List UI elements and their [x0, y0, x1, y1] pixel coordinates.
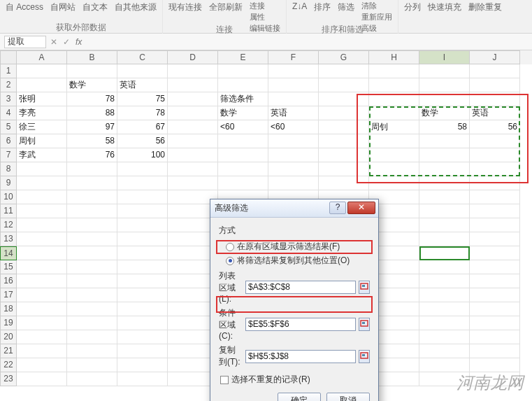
cell-D1[interactable] — [168, 64, 218, 78]
cell-I9[interactable] — [419, 176, 470, 190]
unique-checkbox[interactable] — [220, 376, 229, 384]
row-header-17[interactable]: 17 — [0, 288, 17, 302]
cell-G9[interactable] — [319, 176, 369, 190]
cell-G1[interactable] — [319, 64, 369, 78]
copy-to-picker[interactable] — [359, 350, 370, 363]
col-G[interactable]: G — [319, 50, 369, 64]
rib-sortza[interactable]: Z↓A — [289, 0, 310, 13]
cell-D7[interactable] — [168, 148, 218, 162]
cell-J9[interactable] — [470, 176, 520, 190]
row-header-3[interactable]: 3 — [0, 92, 17, 106]
cell-I3[interactable] — [419, 92, 470, 106]
cell-H3[interactable] — [369, 92, 419, 106]
row-header-11[interactable]: 11 — [0, 204, 17, 218]
cell-E9[interactable] — [218, 176, 268, 190]
cell-I18[interactable] — [419, 302, 470, 316]
col-H[interactable]: H — [369, 50, 419, 64]
cell-C5[interactable]: 67 — [117, 120, 168, 134]
cell-A12[interactable] — [17, 218, 67, 232]
col-C[interactable]: C — [117, 50, 168, 64]
cell-C7[interactable]: 100 — [117, 148, 168, 162]
dialog-titlebar[interactable]: 高级筛选 ? ✕ — [210, 199, 378, 218]
cell-A11[interactable] — [17, 204, 67, 218]
row-header-9[interactable]: 9 — [0, 176, 17, 190]
cell-C11[interactable] — [117, 204, 168, 218]
cell-I10[interactable] — [419, 190, 470, 204]
cell-C20[interactable] — [117, 330, 168, 344]
name-box[interactable]: 提取 — [4, 36, 46, 48]
cell-C23[interactable] — [117, 372, 168, 386]
cell-A22[interactable] — [17, 358, 67, 372]
cell-B15[interactable] — [67, 260, 117, 274]
cell-A17[interactable] — [17, 288, 67, 302]
rib-access[interactable]: 自 Access — [3, 0, 46, 15]
cell-I6[interactable] — [419, 134, 470, 148]
row-header-19[interactable]: 19 — [0, 316, 17, 330]
cell-J17[interactable] — [470, 288, 520, 302]
cell-E7[interactable] — [218, 148, 268, 162]
cell-G7[interactable] — [319, 148, 369, 162]
cell-E6[interactable] — [218, 134, 268, 148]
cell-A23[interactable] — [17, 372, 67, 386]
cell-I11[interactable] — [419, 204, 470, 218]
cell-E2[interactable] — [218, 78, 268, 92]
cell-J8[interactable] — [470, 162, 520, 176]
cell-J19[interactable] — [470, 316, 520, 330]
rib-filter[interactable]: 筛选 — [335, 0, 357, 15]
cell-D5[interactable] — [168, 120, 218, 134]
dialog-close-button[interactable]: ✕ — [347, 202, 375, 214]
cell-F1[interactable] — [268, 64, 319, 78]
cell-A10[interactable] — [17, 190, 67, 204]
cell-B11[interactable] — [67, 204, 117, 218]
cell-A15[interactable] — [17, 260, 67, 274]
cell-A19[interactable] — [17, 316, 67, 330]
dialog-help-button[interactable]: ? — [329, 202, 346, 214]
cell-H6[interactable] — [369, 134, 419, 148]
cell-I14[interactable] — [419, 246, 470, 260]
cell-I16[interactable] — [419, 274, 470, 288]
cancel-button[interactable]: 取消 — [326, 393, 370, 401]
cell-I7[interactable] — [419, 148, 470, 162]
cell-A14[interactable] — [17, 246, 67, 260]
cell-J16[interactable] — [470, 274, 520, 288]
cell-C1[interactable] — [117, 64, 168, 78]
cell-J1[interactable] — [470, 64, 520, 78]
cell-J12[interactable] — [470, 218, 520, 232]
cancel-icon[interactable]: ✕ — [50, 37, 57, 47]
criteria-range-picker[interactable] — [359, 318, 370, 331]
cell-J14[interactable] — [470, 246, 520, 260]
cell-J18[interactable] — [470, 302, 520, 316]
rib-reapply[interactable]: 重新应用 — [361, 12, 392, 22]
rib-existing[interactable]: 现有连接 — [166, 0, 205, 15]
cell-A13[interactable] — [17, 232, 67, 246]
cell-C12[interactable] — [117, 218, 168, 232]
cell-B22[interactable] — [67, 358, 117, 372]
cell-C15[interactable] — [117, 260, 168, 274]
cell-C10[interactable] — [117, 190, 168, 204]
cell-H4[interactable] — [369, 106, 419, 120]
cell-A7[interactable]: 李武 — [17, 148, 67, 162]
row-header-12[interactable]: 12 — [0, 218, 17, 232]
cell-B9[interactable] — [67, 176, 117, 190]
cell-B20[interactable] — [67, 330, 117, 344]
copy-to-input[interactable] — [245, 350, 356, 363]
cell-F7[interactable] — [268, 148, 319, 162]
row-header-14[interactable]: 14 — [0, 246, 17, 260]
rib-sort[interactable]: 排序 — [311, 0, 333, 15]
cell-A8[interactable] — [17, 162, 67, 176]
cell-I21[interactable] — [419, 344, 470, 358]
row-header-6[interactable]: 6 — [0, 134, 17, 148]
cell-G3[interactable] — [319, 92, 369, 106]
select-all-corner[interactable] — [0, 50, 17, 64]
cell-I22[interactable] — [419, 358, 470, 372]
cell-I5[interactable]: 58 — [419, 120, 470, 134]
row-header-2[interactable]: 2 — [0, 78, 17, 92]
cell-E1[interactable] — [218, 64, 268, 78]
row-header-10[interactable]: 10 — [0, 190, 17, 204]
cell-E4[interactable]: 数学 — [218, 106, 268, 120]
cell-A20[interactable] — [17, 330, 67, 344]
enter-icon[interactable]: ✓ — [63, 37, 70, 47]
rib-web[interactable]: 自网站 — [48, 0, 78, 15]
cell-F9[interactable] — [268, 176, 319, 190]
cell-I23[interactable] — [419, 372, 470, 386]
